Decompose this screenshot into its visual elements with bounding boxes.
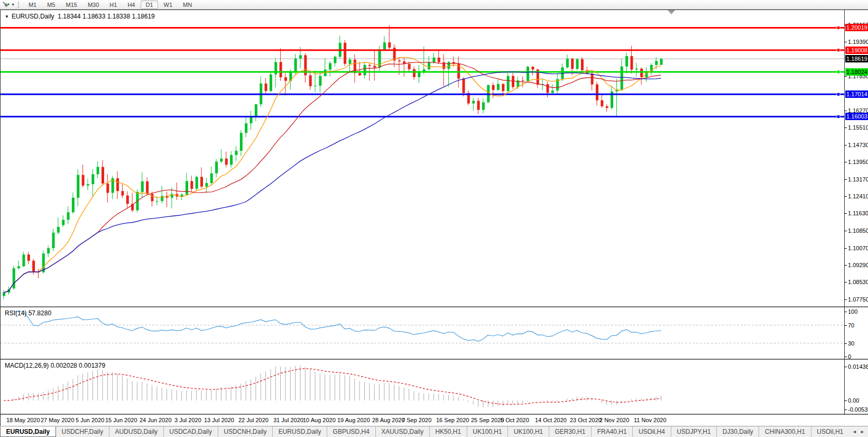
macd-label: MACD(12,26,9) 0.002028 0.001379 bbox=[5, 362, 105, 369]
tool-dropdown-caret-icon[interactable]: ▼ bbox=[10, 3, 17, 6]
date-label: 5 Jun 2020 bbox=[76, 417, 104, 423]
tab-usdcad-daily[interactable]: USDCAD,Daily bbox=[163, 426, 218, 437]
horizontal-line-objects[interactable] bbox=[1, 26, 845, 118]
chart-symbol-period: EURUSD,Daily bbox=[12, 13, 54, 20]
tab-usoil-h1[interactable]: USOil,H1 bbox=[811, 426, 849, 437]
chart-tool-icon[interactable] bbox=[2, 1, 10, 8]
macd-histogram bbox=[4, 366, 661, 408]
axis-tick-label: 1.13170 bbox=[848, 176, 868, 183]
axis-tick-label: 1.09290 bbox=[848, 262, 868, 269]
tab-fra40-h1[interactable]: FRA40,H1 bbox=[591, 426, 632, 437]
date-label: 27 May 2020 bbox=[41, 417, 75, 423]
macd-indicator-panel[interactable] bbox=[1, 360, 845, 414]
tab-scroll-left-icon[interactable]: ◄ bbox=[852, 429, 857, 434]
timeframe-mn[interactable]: MN bbox=[178, 1, 197, 9]
date-label: 16 Sep 2020 bbox=[436, 417, 469, 423]
tab-usdcnh-daily[interactable]: USDCNH,Daily bbox=[218, 426, 273, 437]
tab-usdjpy-h1[interactable]: USDJPY,H1 bbox=[671, 426, 717, 437]
axis-tick bbox=[844, 111, 847, 111]
time-axis[interactable]: 18 May 202027 May 20205 Jun 202015 Jun 2… bbox=[1, 415, 868, 426]
axis-tick bbox=[844, 213, 847, 214]
axis-tick bbox=[844, 343, 847, 344]
tab-usdchf-daily[interactable]: USDCHF,Daily bbox=[56, 426, 109, 437]
date-label: 11 Nov 2020 bbox=[634, 417, 667, 423]
timeframe-h4[interactable]: H4 bbox=[123, 1, 140, 9]
date-label: 13 Jul 2020 bbox=[204, 417, 234, 423]
axis-tick-label: 1.14730 bbox=[848, 142, 868, 149]
axis-tick-label: 1.11630 bbox=[848, 210, 868, 217]
axis-tick bbox=[844, 299, 847, 300]
axis-tick-label: 0 bbox=[848, 353, 851, 360]
date-label: 3 Jul 2020 bbox=[174, 417, 201, 423]
timeframe-w1[interactable]: W1 bbox=[159, 1, 178, 9]
axis-tick-label: 1.13950 bbox=[848, 159, 868, 166]
axis-tick bbox=[844, 265, 847, 266]
chart-title-caret-icon[interactable]: ▼ bbox=[5, 14, 9, 19]
timeframe-buttons: M1M5M15M30H1H4D1W1MN bbox=[23, 1, 197, 9]
timeframe-m30[interactable]: M30 bbox=[83, 1, 104, 9]
rsi-indicator-panel[interactable] bbox=[1, 307, 845, 359]
tab-uk100-h1[interactable]: UK100,H1 bbox=[507, 426, 549, 437]
toolbar-grip[interactable] bbox=[18, 2, 21, 8]
date-label: 31 Jul 2020 bbox=[273, 417, 303, 423]
timeframe-d1[interactable]: D1 bbox=[141, 1, 158, 9]
tab-china300-h1[interactable]: CHINA300,H1 bbox=[759, 426, 810, 437]
current-price-badge: 1.18619 bbox=[845, 55, 868, 62]
axis-tick bbox=[844, 162, 847, 162]
chart-shift-marker-icon[interactable] bbox=[668, 10, 675, 14]
chart-window: 1.201501.193901.178301.162701.155101.147… bbox=[0, 10, 868, 426]
date-label: 19 Aug 2020 bbox=[337, 417, 370, 423]
chart-tabs: EURUSD,DailyUSDCHF,DailyAUDUSD,DailyUSDC… bbox=[0, 426, 849, 437]
axis-tick-label: 1.10850 bbox=[848, 227, 868, 234]
axis-tick-label: 70 bbox=[848, 322, 854, 329]
tab-eurusd-daily[interactable]: EURUSD,Daily bbox=[0, 426, 56, 437]
rsi-line bbox=[14, 312, 661, 341]
axis-tick-label: -0.005396 bbox=[848, 406, 868, 413]
axis-tick bbox=[844, 145, 847, 145]
tab-xauusd-daily[interactable]: XAUUSD,Daily bbox=[375, 426, 429, 437]
chart-tab-bar: EURUSD,DailyUSDCHF,DailyAUDUSD,DailyUSDC… bbox=[0, 426, 868, 437]
axis-tick bbox=[844, 400, 847, 401]
tab-uk100-h1[interactable]: UK100,H1 bbox=[467, 426, 508, 437]
timeframe-h1[interactable]: H1 bbox=[105, 1, 122, 9]
tab-gbpusd-h4[interactable]: GBPUSD,H4 bbox=[327, 426, 375, 437]
price-level-badge: 1.18024 bbox=[845, 68, 868, 76]
date-label: 23 Oct 2020 bbox=[570, 417, 602, 423]
date-label: 5 Oct 2020 bbox=[501, 417, 529, 423]
axis-tick-label: 100 bbox=[848, 308, 857, 315]
axis-tick bbox=[844, 367, 847, 367]
tab-hk50-h1[interactable]: HK50,H1 bbox=[429, 426, 467, 437]
axis-tick-label: 1.07750 bbox=[848, 296, 868, 303]
tab-scroll-right-icon[interactable]: ► bbox=[860, 429, 865, 434]
axis-tick bbox=[844, 325, 847, 326]
price-level-badge: 1.19008 bbox=[845, 47, 868, 54]
timeframe-m5[interactable]: M5 bbox=[42, 1, 60, 9]
axis-tick bbox=[844, 42, 847, 42]
axis-tick bbox=[844, 409, 847, 410]
timeframe-m1[interactable]: M1 bbox=[24, 1, 41, 9]
axis-tick bbox=[844, 76, 847, 77]
timeframe-m15[interactable]: M15 bbox=[61, 1, 82, 9]
axis-tick-label: 1.15510 bbox=[848, 124, 868, 131]
tab-eurusd-daily[interactable]: EURUSD,Daily bbox=[272, 426, 327, 437]
axis-tick-label: 30 bbox=[848, 340, 854, 347]
tab-dj30-daily[interactable]: DJ30,Daily bbox=[716, 426, 759, 437]
date-label: 28 Aug 2020 bbox=[372, 417, 405, 423]
axis-tick bbox=[844, 128, 847, 128]
date-label: 2 Nov 2020 bbox=[599, 417, 629, 423]
chart-ohlc-values: 1.18344 1.18633 1.18338 1.18619 bbox=[58, 13, 155, 20]
rsi-label: RSI(14) 57.8280 bbox=[5, 309, 51, 317]
main-price-chart[interactable] bbox=[1, 10, 845, 306]
top-toolbar: ▼ M1M5M15M30H1H4D1W1MN bbox=[0, 0, 868, 10]
tab-usoil-h4[interactable]: USOil,H4 bbox=[632, 426, 670, 437]
tab-audusd-daily[interactable]: AUDUSD,Daily bbox=[109, 426, 163, 437]
date-label: 18 May 2020 bbox=[6, 417, 40, 423]
date-label: 22 Jul 2020 bbox=[238, 417, 269, 423]
date-label: 15 Jun 2020 bbox=[105, 417, 137, 423]
tab-scrollers: ◄ ► bbox=[849, 426, 868, 437]
chart-title: ▼EURUSD,Daily 1.18344 1.18633 1.18338 1.… bbox=[5, 13, 155, 20]
tab-ger30-h1[interactable]: GER30,H1 bbox=[549, 426, 591, 437]
axis-tick bbox=[844, 357, 847, 357]
price-level-badge: 1.20019 bbox=[845, 24, 868, 31]
axis-tick-label: 1.08530 bbox=[848, 279, 868, 286]
